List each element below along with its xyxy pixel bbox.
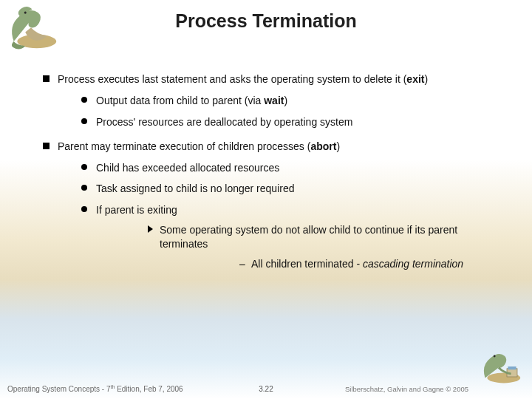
slide-number: 3.22	[259, 385, 273, 393]
copyright: Silberschatz, Galvin and Gagne © 2005	[345, 385, 468, 393]
svg-point-1	[24, 12, 27, 14]
keyword-exit: exit	[406, 73, 424, 85]
bullet-l2: Process' resources are deallocated by op…	[81, 115, 502, 129]
bullet-l3: Some operating system do not allow child…	[148, 223, 502, 271]
bullet-text: Child has exceeded allocated resources	[96, 162, 279, 174]
term-cascading-termination: cascading termination	[363, 258, 463, 270]
bullet-text: )	[284, 95, 287, 106]
slide-content: Process executes last statement and asks…	[43, 72, 502, 282]
slide-title: Process Termination	[0, 0, 532, 32]
bullet-text: )	[336, 140, 340, 152]
svg-rect-5	[508, 366, 516, 369]
bullet-l4: All children terminated - cascading term…	[239, 257, 502, 271]
bullet-text: Output data from child to parent (via	[96, 95, 264, 106]
bullet-text: Process executes last statement and asks…	[58, 73, 406, 85]
bullet-text: Parent may terminate execution of childr…	[58, 140, 310, 152]
bullet-l2: Child has exceeded allocated resources	[81, 161, 502, 175]
bullet-l1: Process executes last statement and asks…	[43, 72, 502, 129]
bullet-l2: Output data from child to parent (via wa…	[81, 94, 502, 108]
keyword-wait: wait	[264, 95, 284, 106]
bullet-text: )	[424, 73, 428, 85]
slide: Process Termination Process executes las…	[0, 0, 532, 399]
bullet-text: If parent is exiting	[96, 204, 177, 216]
bullet-l1: Parent may terminate execution of childr…	[43, 140, 502, 271]
svg-point-3	[494, 355, 496, 358]
bullet-text: Some operating system do not allow child…	[160, 224, 457, 250]
dinosaur-image-bottom-right	[476, 346, 528, 387]
bullet-l2: If parent is exiting Some operating syst…	[81, 203, 502, 271]
bullet-l2: Task assigned to child is no longer requ…	[81, 182, 502, 196]
keyword-abort: abort	[310, 140, 336, 152]
bullet-text: Task assigned to child is no longer requ…	[96, 183, 295, 194]
bullet-text: Process' resources are deallocated by op…	[96, 116, 352, 128]
dinosaur-image-top-left	[1, 0, 61, 52]
bullet-text: All children terminated -	[251, 258, 363, 270]
footer-right: Silberschatz, Galvin and Gagne © 2005	[345, 385, 468, 393]
